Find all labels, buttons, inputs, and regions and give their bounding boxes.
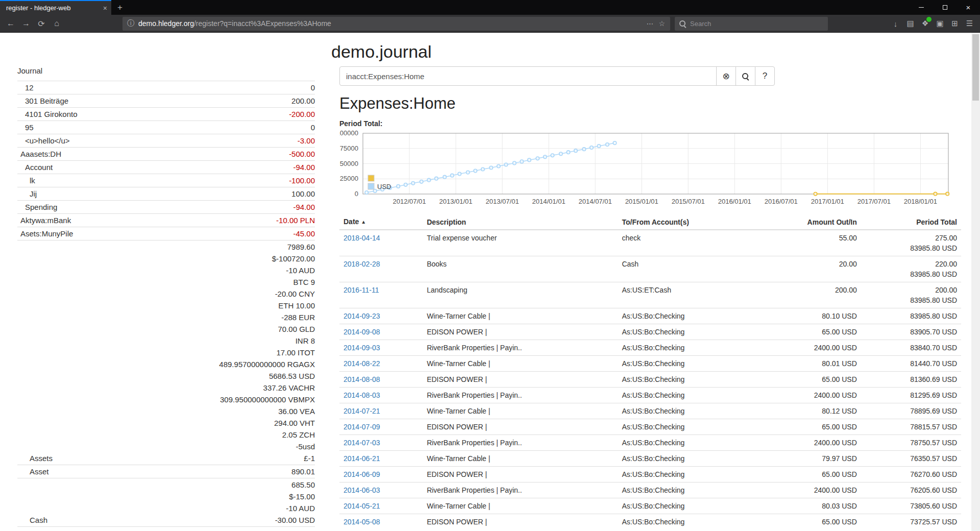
column-header-date[interactable]: Date▲ <box>339 214 423 230</box>
transaction-date-link[interactable]: 2014-05-21 <box>344 502 380 510</box>
sidebar-account-link[interactable]: Aktywa:mBank <box>17 214 71 226</box>
sidebar-account-link[interactable]: lk <box>17 175 35 186</box>
register-row: 2014-08-08EDISON POWER |As:US:Bo:Checkin… <box>339 372 961 388</box>
browser-search-box[interactable]: Search <box>675 17 828 31</box>
sidebar-account-link[interactable]: Assets <box>17 452 53 464</box>
sidebar-account-link[interactable]: Spending <box>17 201 57 213</box>
sidebar-account-row: Jij100.00 <box>17 187 315 200</box>
search-help-button[interactable]: ? <box>755 66 775 86</box>
register-table-body: 2018-04-14Trial expense vouchercheck55.0… <box>339 230 961 529</box>
window-close-button[interactable]: × <box>957 0 980 15</box>
clear-query-button[interactable]: ⊗ <box>716 66 736 86</box>
period-total-line: 83985.80 USD <box>865 311 957 321</box>
register-description-cell: RiverBank Properties | Payin.. <box>423 435 618 451</box>
sidebar-account-link[interactable]: Asets:MunyPile <box>17 228 73 239</box>
transaction-date-link[interactable]: 2014-06-21 <box>344 454 380 463</box>
series-point <box>397 185 400 188</box>
series-point <box>528 158 531 161</box>
back-button[interactable]: ← <box>3 16 18 31</box>
extension-button[interactable]: ❖ <box>918 16 933 31</box>
sidebar-account-link[interactable]: 301 Beiträge <box>17 95 68 107</box>
browser-tab[interactable]: register - hledger-web × <box>0 0 111 15</box>
transaction-date-link[interactable]: 2014-08-03 <box>344 391 380 399</box>
hamburger-menu-icon: ☰ <box>966 19 973 28</box>
balance-amount: BTC 9 <box>219 276 315 288</box>
transaction-date-link[interactable]: 2014-06-09 <box>344 470 380 478</box>
transaction-date-link[interactable]: 2018-04-14 <box>344 234 380 242</box>
window-maximize-button[interactable] <box>933 0 957 15</box>
transaction-date-link[interactable]: 2018-02-28 <box>344 260 380 268</box>
register-date-cell: 2018-02-28 <box>339 256 423 282</box>
menu-button[interactable]: ☰ <box>962 16 977 31</box>
register-period-total-cell: 78895.69 USD <box>861 403 961 419</box>
bookmark-star-icon[interactable]: ☆ <box>658 19 665 28</box>
register-date-cell: 2014-05-08 <box>339 514 423 530</box>
balance-amount: 294.00 VHT <box>219 417 315 429</box>
register-description-cell: Wine-Tarner Cable | <box>423 403 618 419</box>
sidebar-account-link[interactable]: Account <box>17 161 53 173</box>
series-point <box>613 141 616 144</box>
register-period-total-cell: 78750.57 USD <box>861 435 961 451</box>
transaction-date-link[interactable]: 2014-07-09 <box>344 423 380 431</box>
sidebar-account-row: 950 <box>17 120 315 134</box>
new-tab-button[interactable]: + <box>111 0 129 15</box>
series-point <box>474 169 477 172</box>
url-bar[interactable]: ⓘ demo.hledger.org/register?q=inacct%3AE… <box>122 17 670 31</box>
sidebar-account-link[interactable]: Asset <box>17 466 49 477</box>
transaction-date-link[interactable]: 2014-09-08 <box>344 328 380 336</box>
balance-amount: -94.00 <box>293 201 315 213</box>
search-submit-button[interactable] <box>736 66 755 86</box>
transaction-date-link[interactable]: 2014-06-03 <box>344 486 380 494</box>
register-period-total-cell: 76205.60 USD <box>861 482 961 498</box>
register-period-total-cell: 83905.70 USD <box>861 324 961 340</box>
series-point <box>551 154 554 157</box>
scrollbar-thumb[interactable] <box>972 34 979 101</box>
register-period-total-cell: 81440.70 USD <box>861 356 961 372</box>
window-minimize-button[interactable] <box>910 0 933 15</box>
library-button[interactable]: ▤ <box>903 16 918 31</box>
series-point <box>443 176 446 179</box>
register-period-total-cell: 275.0083985.80 USD <box>861 230 961 256</box>
query-input[interactable] <box>339 66 717 86</box>
maximize-icon <box>943 5 947 10</box>
page-actions-icon[interactable]: ⋯ <box>646 19 653 28</box>
transaction-date-link[interactable]: 2014-07-21 <box>344 407 380 415</box>
y-tick-label: 75000 <box>340 144 358 152</box>
transaction-date-link[interactable]: 2014-07-03 <box>344 439 380 447</box>
home-button[interactable]: ⌂ <box>49 16 64 31</box>
sidebars-button[interactable]: ▣ <box>933 16 947 31</box>
sidebar-account-row: Aaasets:DH-500.00 <box>17 147 315 160</box>
sidebar-account-link[interactable]: Aaasets:DH <box>17 148 61 160</box>
register-amount-cell: 80.03 USD <box>763 498 861 514</box>
transaction-date-link[interactable]: 2014-05-08 <box>344 518 380 526</box>
apps-button[interactable]: ⊞ <box>947 16 962 31</box>
sidebar-account-link[interactable]: 12 <box>17 82 34 93</box>
page-scrollbar[interactable] <box>971 33 980 531</box>
library-icon: ▤ <box>906 19 914 28</box>
downloads-button[interactable]: ↓ <box>888 16 903 31</box>
balance-amount: 7989.60 <box>219 241 315 253</box>
register-account-cell: As:US:Bo:Checking <box>618 467 762 482</box>
register-description-cell: Wine-Tarner Cable | <box>423 356 618 372</box>
forward-button[interactable]: → <box>18 16 34 31</box>
sidebar-account-link[interactable]: 4101 Girokonto <box>17 108 78 120</box>
site-info-icon[interactable]: ⓘ <box>127 19 134 28</box>
sidebar-account-link[interactable]: 95 <box>17 122 34 133</box>
sidebar-account-link[interactable]: <u>hello</u> <box>17 135 70 147</box>
sidebar-account-link[interactable]: Cash <box>17 514 47 526</box>
register-date-cell: 2014-07-09 <box>339 419 423 435</box>
legend-swatch <box>368 183 374 189</box>
tab-close-icon[interactable]: × <box>103 4 107 12</box>
toolbar-icons: ↓ ▤ ❖ ▣ ⊞ ☰ <box>888 16 977 31</box>
transaction-date-link[interactable]: 2014-08-08 <box>344 375 380 383</box>
balance-amount: 890.01 <box>291 466 315 477</box>
transaction-date-link[interactable]: 2014-09-23 <box>344 312 380 320</box>
transaction-date-link[interactable]: 2014-09-03 <box>344 344 380 352</box>
transaction-date-link[interactable]: 2014-08-22 <box>344 359 380 368</box>
transaction-date-link[interactable]: 2016-11-11 <box>344 286 379 294</box>
sidebar-journal-link[interactable]: Journal <box>17 65 42 77</box>
sidebar-account-link[interactable]: Jij <box>17 188 37 200</box>
reload-button[interactable]: ⟳ <box>34 16 49 31</box>
register-table: Date▲DescriptionTo/From Account(s)Amount… <box>339 214 961 529</box>
series-point <box>411 182 414 185</box>
